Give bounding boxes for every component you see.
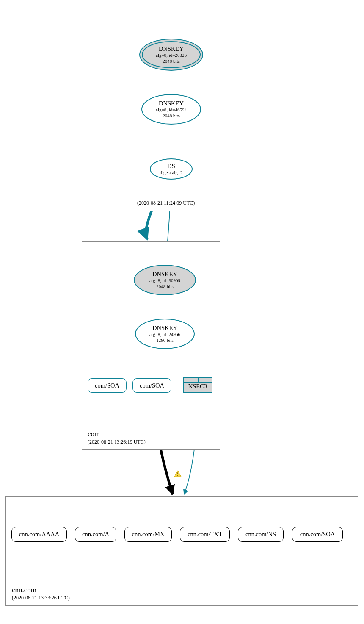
zone-root-name: . (137, 191, 139, 200)
warning-icon (174, 470, 182, 477)
node-com-zsk: DNSKEY alg=8, id=24966 1280 bits (135, 319, 195, 349)
dnskey-alg: alg=8, id=30909 (149, 278, 180, 283)
node-root-zsk: DNSKEY alg=8, id=46594 2048 bits (141, 94, 201, 125)
dnskey-alg: alg=8, id=20326 (156, 53, 187, 58)
node-root-ksk: DNSKEY alg=8, id=20326 2048 bits (139, 39, 203, 71)
zone-cnn-time: (2020-08-21 13:33:26 UTC) (12, 595, 70, 601)
dnskey-title: DNSKEY (152, 324, 177, 332)
ds-title: DS (167, 163, 175, 170)
ds-digest: digest alg=2 (160, 170, 182, 175)
zone-com-time: (2020-08-21 13:26:19 UTC) (88, 439, 146, 445)
zone-cnn: cnn.com (2020-08-21 13:33:26 UTC) (5, 496, 358, 606)
node-cnn-mx: cnn.com/MX (124, 527, 172, 542)
dnskey-alg: alg=8, id=24966 (149, 332, 180, 337)
dnskey-bits: 2048 bits (163, 58, 180, 64)
node-nsec3: NSEC3 (183, 377, 212, 393)
node-cnn-soa: cnn.com/SOA (292, 527, 343, 542)
svg-rect-0 (177, 472, 178, 474)
node-cnn-a: cnn.com/A (75, 527, 116, 542)
dnskey-title: DNSKEY (159, 45, 184, 53)
node-cnn-ns: cnn.com/NS (238, 527, 284, 542)
node-com-soa-1: com/SOA (88, 378, 127, 393)
dnskey-bits: 2048 bits (163, 113, 180, 119)
node-cnn-txt: cnn.com/TXT (180, 527, 230, 542)
zone-root-time: (2020-08-21 11:24:09 UTC) (137, 200, 195, 206)
zone-com-name: com (88, 430, 100, 438)
svg-rect-1 (177, 475, 178, 476)
node-cnn-aaaa: cnn.com/AAAA (11, 527, 67, 542)
zone-cnn-name: cnn.com (12, 586, 36, 594)
dnskey-title: DNSKEY (152, 271, 177, 278)
dnskey-bits: 1280 bits (156, 338, 174, 343)
dnskey-bits: 2048 bits (156, 284, 174, 289)
dnskey-alg: alg=8, id=46594 (156, 107, 187, 113)
node-com-ksk: DNSKEY alg=8, id=30909 2048 bits (134, 265, 196, 295)
node-com-soa-2: com/SOA (132, 378, 171, 393)
dnskey-title: DNSKEY (159, 100, 184, 107)
node-root-ds: DS digest alg=2 (150, 158, 193, 180)
